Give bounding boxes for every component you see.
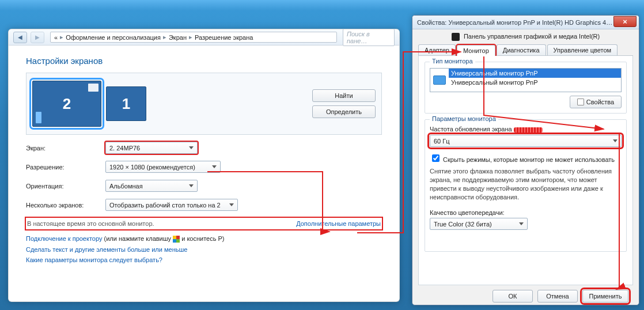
projector-hint-a: (или нажмите клавишу <box>104 235 172 242</box>
chevron-right-icon: ▸ <box>163 33 166 41</box>
properties-button[interactable]: Свойства <box>570 96 622 108</box>
hide-modes-label: Скрыть режимы, которые монитор не может … <box>443 156 615 163</box>
nav-back-button[interactable]: ◀ <box>13 32 27 43</box>
multi-display-value: Отобразить рабочий стол только на 2 <box>109 202 221 209</box>
tab-panel: Тип монитора Универсальный монитор PnP У… <box>418 56 633 285</box>
chevron-down-icon <box>189 184 194 187</box>
nav-forward-button[interactable]: ▶ <box>31 32 44 43</box>
projector-link[interactable]: Подключение к проектору <box>26 235 102 242</box>
hide-modes-checkbox-input[interactable] <box>432 154 440 162</box>
monitor-list-item[interactable]: Универсальный монитор PnP <box>449 78 621 87</box>
screen-label: Экран: <box>26 145 101 152</box>
tab-bar: Адаптер Монитор Диагностика Управление ц… <box>418 44 633 56</box>
breadcrumb-root-icon: « <box>54 34 58 41</box>
monitor-params-group: Параметры монитора Частота обновления эк… <box>425 119 627 252</box>
page-title: Настройки экранов <box>26 56 382 66</box>
control-panel-window: ◀ ▶ « ▸ Оформление и персонализация ▸ Эк… <box>8 29 400 302</box>
tab-adapter[interactable]: Адаптер <box>418 44 456 55</box>
screen-value: 2. 24MP76 <box>109 145 140 152</box>
close-button[interactable]: × <box>613 16 637 27</box>
refresh-rate-value: 60 Гц <box>434 138 450 145</box>
intel-panel-label: Панель управления графикой и медиа Intel… <box>464 33 600 40</box>
find-button[interactable]: Найти <box>312 89 376 102</box>
monitor-preview-area: 2 1 Найти Определить <box>26 73 382 135</box>
refresh-rate-dropdown[interactable]: 60 Гц <box>430 135 622 147</box>
search-input[interactable]: Поиск в пане… <box>343 29 395 46</box>
monitor-type-group-title: Тип монитора <box>430 58 475 65</box>
resolution-label: Разрешение: <box>26 164 101 171</box>
projector-hint-b: и коснитесь P) <box>181 235 224 242</box>
refresh-rate-label: Частота обновления экрана <box>430 126 622 133</box>
resolution-dropdown[interactable]: 1920 × 1080 (рекомендуется) <box>105 161 221 173</box>
text-size-link[interactable]: Сделать текст и другие элементы больше и… <box>26 246 187 253</box>
taskbar-icon <box>36 112 41 123</box>
intel-panel-bar: Панель управления графикой и медиа Intel… <box>418 33 633 41</box>
orientation-dropdown[interactable]: Альбомная <box>105 180 198 192</box>
ok-button[interactable]: ОК <box>493 290 533 303</box>
gear-icon <box>577 99 584 105</box>
monitor-properties-dialog: Свойства: Универсальный монитор PnP и In… <box>412 15 639 305</box>
windows-flag-icon <box>173 236 180 243</box>
apply-button[interactable]: Применить <box>582 290 628 303</box>
color-quality-label: Качество цветопередачи: <box>430 209 622 216</box>
multi-display-dropdown[interactable]: Отобразить рабочий стол только на 2 <box>105 199 238 211</box>
cancel-button[interactable]: Отмена <box>537 290 578 303</box>
screen-dropdown[interactable]: 2. 24MP76 <box>105 142 198 154</box>
breadcrumb-item[interactable]: Экран <box>169 34 187 41</box>
color-quality-value: True Color (32 бита) <box>434 221 492 228</box>
hide-modes-help: Снятие этого флажка позволяет выбрать ча… <box>430 167 622 201</box>
tab-diagnostics[interactable]: Диагностика <box>497 44 546 55</box>
chevron-down-icon <box>613 139 618 142</box>
dialog-titlebar: Свойства: Универсальный монитор PnP и In… <box>412 16 639 29</box>
hide-modes-checkbox[interactable]: Скрыть режимы, которые монитор не может … <box>430 156 615 163</box>
chevron-right-icon: ▸ <box>189 33 192 41</box>
monitor-listbox[interactable]: Универсальный монитор PnP Универсальный … <box>430 68 622 92</box>
tab-monitor[interactable]: Монитор <box>457 45 495 56</box>
breadcrumb-item[interactable]: Разрешение экрана <box>195 34 253 41</box>
properties-button-label: Свойства <box>586 99 614 105</box>
monitor-type-group: Тип монитора Универсальный монитор PnP У… <box>425 62 627 114</box>
color-quality-dropdown[interactable]: True Color (32 бита) <box>430 218 528 230</box>
resolution-value: 1920 × 1080 (рекомендуется) <box>109 164 195 171</box>
identify-button[interactable]: Определить <box>312 105 376 118</box>
monitor-thumb-1[interactable]: 1 <box>106 86 146 121</box>
chevron-down-icon <box>229 203 234 206</box>
monitor-icon <box>433 75 446 85</box>
chevron-down-icon <box>212 165 217 168</box>
monitor-thumb-2[interactable]: 2 <box>32 81 101 127</box>
dialog-title: Свойства: Универсальный монитор PnP и In… <box>417 19 612 26</box>
orientation-label: Ориентация: <box>26 183 101 190</box>
chevron-down-icon <box>519 222 524 225</box>
dialog-footer: ОК Отмена Применить <box>418 285 633 305</box>
red-scribble <box>514 127 543 133</box>
cp-titlebar: ◀ ▶ « ▸ Оформление и персонализация ▸ Эк… <box>9 29 399 46</box>
monitor-number-label: 2 <box>63 95 71 113</box>
chevron-down-icon <box>189 146 194 149</box>
monitor-list-item[interactable]: Универсальный монитор PnP <box>449 69 621 78</box>
monitor-number-label: 1 <box>122 95 130 113</box>
primary-monitor-note: В настоящее время это основной монитор. <box>27 220 154 227</box>
window-icon <box>88 84 99 92</box>
tab-color-management[interactable]: Управление цветом <box>547 44 618 55</box>
breadcrumb[interactable]: « ▸ Оформление и персонализация ▸ Экран … <box>50 32 337 43</box>
monitor-params-group-title: Параметры монитора <box>430 115 498 122</box>
breadcrumb-item[interactable]: Оформление и персонализация <box>66 34 161 41</box>
multi-display-label: Несколько экранов: <box>26 202 101 209</box>
chevron-right-icon: ▸ <box>60 33 63 41</box>
intel-icon <box>452 33 460 41</box>
orientation-value: Альбомная <box>109 183 143 190</box>
advanced-settings-link[interactable]: Дополнительные параметры <box>296 220 381 227</box>
which-settings-link[interactable]: Какие параметры монитора следует выбрать… <box>26 256 162 263</box>
